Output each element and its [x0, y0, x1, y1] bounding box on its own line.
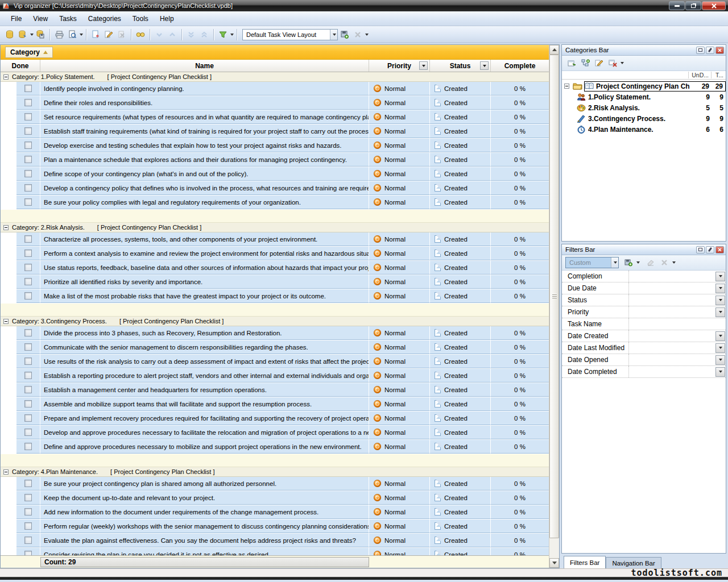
priority-cell[interactable]: Normal — [369, 548, 430, 555]
task-name-cell[interactable]: Establish a management center and headqu… — [40, 383, 369, 397]
priority-cell[interactable]: Normal — [369, 340, 430, 354]
task-row[interactable]: Develop a contingency policy that define… — [1, 181, 549, 196]
task-row[interactable]: Develop and approve procedures necessary… — [1, 426, 549, 440]
filter-value-field[interactable] — [629, 318, 726, 330]
filter-value-field[interactable] — [629, 330, 715, 342]
category-group-row[interactable]: Category: 1.Policy Statement.[ Project C… — [1, 72, 549, 82]
filter-value-field[interactable] — [629, 271, 715, 282]
task-row[interactable]: Be sure your policy complies with legal … — [1, 196, 549, 210]
categories-close-button[interactable] — [715, 47, 724, 54]
tab-filters-bar[interactable]: Filters Bar — [564, 556, 606, 568]
done-checkbox[interactable] — [24, 480, 32, 487]
collapse-icon[interactable] — [3, 225, 9, 230]
status-cell[interactable]: Created — [430, 426, 491, 439]
status-filter-dropdown[interactable] — [480, 61, 489, 70]
filter-preset-dropdown[interactable] — [611, 257, 618, 268]
filter-preset-combo[interactable]: Custom — [565, 257, 619, 268]
priority-cell[interactable]: Normal — [369, 505, 430, 519]
task-row[interactable]: Define scope of your contingency plan (w… — [1, 167, 549, 181]
task-row[interactable]: Establish staff training requirements (w… — [1, 124, 549, 139]
filters-pin-button[interactable] — [706, 246, 714, 253]
category-group-row[interactable]: Category: 3.Contingency Process.[ Projec… — [1, 317, 549, 326]
delete-filter-button[interactable] — [658, 256, 671, 269]
done-checkbox[interactable] — [24, 127, 32, 135]
tree-item[interactable]: 1.Policy Statement.99 — [562, 92, 726, 102]
task-row[interactable]: Characterize all processes, systems, too… — [1, 232, 549, 247]
tree-item[interactable]: 2.Risk Analysis.55 — [562, 102, 726, 113]
task-name-cell[interactable]: Use results of the risk analysis to carr… — [40, 355, 369, 368]
priority-cell[interactable]: Normal — [369, 232, 430, 246]
priority-filter-dropdown[interactable] — [419, 61, 428, 70]
done-checkbox[interactable] — [24, 386, 32, 393]
menu-view[interactable]: View — [28, 13, 53, 25]
done-checkbox[interactable] — [24, 113, 32, 120]
status-cell[interactable]: Created — [430, 326, 491, 340]
filter-dropdown-button[interactable] — [715, 367, 725, 377]
scroll-down-button[interactable] — [549, 558, 559, 568]
task-name-cell[interactable]: Establish a reporting procedure to alert… — [40, 369, 369, 383]
task-name-cell[interactable]: Divide the process into 3 phases, such a… — [40, 326, 369, 340]
edit-category-button[interactable] — [593, 57, 605, 69]
menu-tasks[interactable]: Tasks — [54, 13, 82, 25]
new-task-button[interactable] — [89, 28, 102, 41]
done-checkbox[interactable] — [24, 198, 32, 206]
done-checkbox[interactable] — [24, 264, 32, 271]
task-row[interactable]: Assemble and mobilize support teams that… — [1, 397, 549, 411]
task-name-cell[interactable]: Perform regular (weekly) workshops with … — [40, 519, 369, 533]
scroll-up-button[interactable] — [549, 45, 559, 55]
done-checkbox[interactable] — [24, 537, 32, 544]
priority-cell[interactable]: Normal — [369, 289, 430, 303]
save-filter-caret[interactable] — [636, 261, 640, 264]
open-database-button[interactable] — [16, 28, 29, 41]
task-name-cell[interactable]: Characterize all processes, systems, too… — [40, 232, 369, 246]
task-name-cell[interactable]: Define their roles and responsibilities. — [40, 96, 369, 110]
tree-item-root[interactable]: Project Contingency Plan Ch2929 — [562, 81, 726, 92]
collapse-icon[interactable] — [3, 319, 9, 324]
task-name-cell[interactable]: Be sure your project contingency plan is… — [40, 477, 369, 490]
task-name-cell[interactable]: Be sure your policy complies with legal … — [40, 196, 369, 209]
priority-cell[interactable]: Normal — [369, 139, 430, 152]
task-row[interactable]: Plan a maintenance schedule that explore… — [1, 153, 549, 167]
status-cell[interactable]: Created — [430, 491, 491, 505]
priority-cell[interactable]: Normal — [369, 519, 430, 533]
new-database-button[interactable] — [3, 28, 16, 41]
filter-value-field[interactable] — [629, 306, 715, 318]
status-cell[interactable]: Created — [430, 181, 491, 195]
done-checkbox[interactable] — [24, 278, 32, 285]
filter-value-field[interactable] — [629, 366, 715, 377]
task-name-cell[interactable]: Prepare and implement recovery procedure… — [40, 411, 369, 425]
done-checkbox[interactable] — [24, 250, 32, 257]
task-name-cell[interactable]: Define scope of your contingency plan (w… — [40, 167, 369, 181]
category-group-row[interactable]: Category: 4.Plan Maintenance.[ Project C… — [1, 467, 549, 477]
filter-dropdown-button[interactable] — [715, 343, 725, 353]
priority-cell[interactable]: Normal — [369, 477, 430, 490]
done-checkbox[interactable] — [24, 400, 32, 408]
status-cell[interactable]: Created — [430, 505, 491, 519]
done-checkbox[interactable] — [24, 292, 32, 300]
task-name-cell[interactable]: Consider revising the plan in case you d… — [40, 548, 369, 555]
status-cell[interactable]: Created — [430, 124, 491, 138]
task-row[interactable]: Use results of the risk analysis to carr… — [1, 355, 549, 369]
priority-cell[interactable]: Normal — [369, 411, 430, 425]
filter-value-field[interactable] — [629, 342, 715, 354]
save-layout-button[interactable] — [338, 28, 351, 41]
task-name-cell[interactable]: Evaluate the plan against effectiveness.… — [40, 534, 369, 547]
task-name-cell[interactable]: Add new information to the document unde… — [40, 505, 369, 519]
priority-cell[interactable]: Normal — [369, 82, 430, 95]
filter-value-field[interactable] — [629, 282, 715, 294]
column-header-name[interactable]: Name — [40, 60, 369, 72]
status-cell[interactable]: Created — [430, 232, 491, 246]
task-row[interactable]: Prepare and implement recovery procedure… — [1, 411, 549, 426]
save-database-button[interactable] — [34, 28, 47, 41]
task-name-cell[interactable]: Use status reports, feedback, baseline d… — [40, 261, 369, 275]
done-checkbox[interactable] — [24, 170, 32, 177]
priority-cell[interactable]: Normal — [369, 124, 430, 138]
status-cell[interactable]: Created — [430, 289, 491, 303]
collapse-icon[interactable] — [3, 74, 9, 80]
task-name-cell[interactable]: Prioritize all identified risks by sever… — [40, 275, 369, 289]
task-name-cell[interactable]: Perform a context analysis to examine an… — [40, 247, 369, 260]
task-row[interactable]: Use status reports, feedback, baseline d… — [1, 261, 549, 275]
filter-dropdown-button[interactable] — [715, 355, 725, 365]
priority-cell[interactable]: Normal — [369, 110, 430, 124]
categories-pin-button[interactable] — [706, 47, 714, 54]
